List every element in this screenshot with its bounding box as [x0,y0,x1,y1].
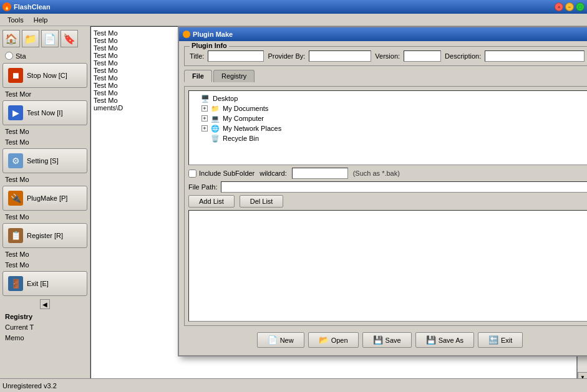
title-input[interactable] [208,50,264,62]
version-label: Version: [375,52,400,60]
close-button[interactable]: × [555,2,563,11]
toolbar-btn-1[interactable]: 🏠 [2,30,20,47]
minimize-button[interactable]: − [565,2,574,11]
menu-help[interactable]: Help [29,15,53,25]
tab-content: 🖥️ Desktop + 📁 My Documents + 💻 [184,86,587,326]
exit-dialog-icon: 🔙 [488,335,498,345]
dialog-body: Plugin Info Title: Provider By: Version:… [179,41,587,355]
desktop-label[interactable]: Desktop [213,95,238,102]
content-area: Test Mo Test Mo Test Mo Test Mo Test Mo … [90,26,587,392]
wildcard-label: wildcard: [260,170,286,177]
log-label-4: Test Mo [2,213,87,221]
save-icon: 💾 [373,335,383,345]
filepath-row: File Path: [188,181,587,193]
plugin-info-label: Plugin Info [190,42,229,49]
menu-bar: Tools Help [0,14,587,26]
toolbar-btn-4[interactable]: 🔖 [61,30,78,47]
description-label: Description: [445,52,481,60]
new-button[interactable]: 📄 New [257,332,304,348]
include-subfolder-checkbox[interactable] [188,170,196,178]
filepath-label: File Path: [188,183,217,191]
file-tree: 🖥️ Desktop + 📁 My Documents + 💻 [188,90,587,165]
add-list-button[interactable]: Add List [188,195,235,208]
app-icon: 🔥 [2,2,11,11]
save-button[interactable]: 💾 Save [362,332,412,348]
desktop-icon: 🖥️ [200,94,210,103]
save-label: Save [386,337,401,344]
open-button[interactable]: 📂 Open [308,332,359,348]
status-radio[interactable] [5,52,13,60]
expand-network[interactable]: + [201,125,208,131]
tree-item-documents: + 📁 My Documents [192,103,587,113]
exit-dialog-button[interactable]: 🔙 Exit [478,332,523,348]
include-subfolder-label: Include SubFolder [188,170,255,178]
plugmake-button[interactable]: 🔌 PlugMake [P] [2,186,87,211]
toolbar-icons: 🏠 📁 📄 🔖 [2,29,87,49]
tree-item-recycle: 🗑️ Recycle Bin [192,133,587,143]
computer-icon: 💻 [210,114,220,123]
status-bar: Unregistered v3.2 [0,378,587,392]
stop-now-label: Stop Now [C] [27,72,67,79]
network-label[interactable]: My Network Places [223,125,281,132]
log-label-6: Test Mo [2,261,87,269]
subfolder-row: Include SubFolder wildcard: (Such as *.b… [188,168,587,179]
save-as-label: Save As [439,337,463,344]
new-icon: 📄 [268,335,278,345]
setting-button[interactable]: ⚙ Setting [S] [2,148,87,173]
toolbar-btn-3[interactable]: 📄 [41,30,59,47]
tree-item-computer: + 💻 My Computer [192,113,587,123]
stop-now-button[interactable]: ⏹ Stop Now [C] [2,63,87,88]
save-as-button[interactable]: 💾 Save As [415,332,474,348]
test-now-button[interactable]: ▶ Test Now [I] [2,100,87,125]
computer-label[interactable]: My Computer [223,115,264,122]
radio-area: Sta [2,50,87,61]
del-list-button[interactable]: Del List [240,195,284,208]
test-now-label: Test Now [I] [27,109,62,117]
test-more-label: Test Mor [2,90,87,98]
test-icon: ▶ [8,105,23,120]
exit-main-button[interactable]: 🚪 Exit [E] [2,271,87,296]
documents-folder-icon: 📁 [210,104,220,113]
title-bar: 🔥 FlashClean × − □ [0,0,587,14]
recycle-label[interactable]: Recycle Bin [223,135,259,142]
file-list-area [188,210,587,322]
provider-input[interactable] [309,50,371,62]
register-label: Register [R] [27,232,63,239]
toolbar-btn-2[interactable]: 📁 [22,30,39,47]
recycle-icon: 🗑️ [210,134,220,143]
register-button[interactable]: 📋 Register [R] [2,223,87,248]
dialog-title: Plugin Make [193,31,233,38]
exit-label: Exit [E] [27,280,49,287]
menu-tools[interactable]: Tools [2,15,29,25]
registry-section-label: Registry [2,312,87,321]
memory-label: Memo [2,333,87,342]
provider-label: Provider By: [268,52,305,60]
open-label: Open [331,337,348,344]
expand-computer[interactable]: + [201,115,208,122]
stop-icon: ⏹ [8,68,23,83]
title-controls: × − □ [555,2,585,11]
filepath-input[interactable] [221,181,587,193]
dialog-titlebar: Plugin Make × [179,27,587,41]
nav-left-btn[interactable]: ◀ [40,299,50,309]
version-input[interactable] [404,50,441,62]
tab-registry[interactable]: Registry [213,70,255,82]
dialog-title-left: Plugin Make [183,31,233,38]
plugmake-label: PlugMake [P] [27,194,67,202]
radio-label: Sta [16,52,26,60]
log-label-1: Test Mo [2,127,87,136]
maximize-button[interactable]: □ [576,2,585,11]
description-input[interactable] [485,50,585,62]
expand-documents[interactable]: + [201,105,208,112]
plugin-info-row: Title: Provider By: Version: Description… [190,50,587,62]
plugmake-icon: 🔌 [8,191,23,206]
plugin-info-group: Plugin Info Title: Provider By: Version:… [184,46,587,66]
open-icon: 📂 [319,335,329,345]
add-del-btn-row: Add List Del List [188,195,587,208]
wildcard-input[interactable] [292,168,348,179]
tab-file[interactable]: File [184,70,212,82]
log-label-5: Test Mo [2,250,87,259]
dialog-icon [183,31,190,38]
save-as-icon: 💾 [426,335,436,345]
documents-label[interactable]: My Documents [223,105,268,112]
